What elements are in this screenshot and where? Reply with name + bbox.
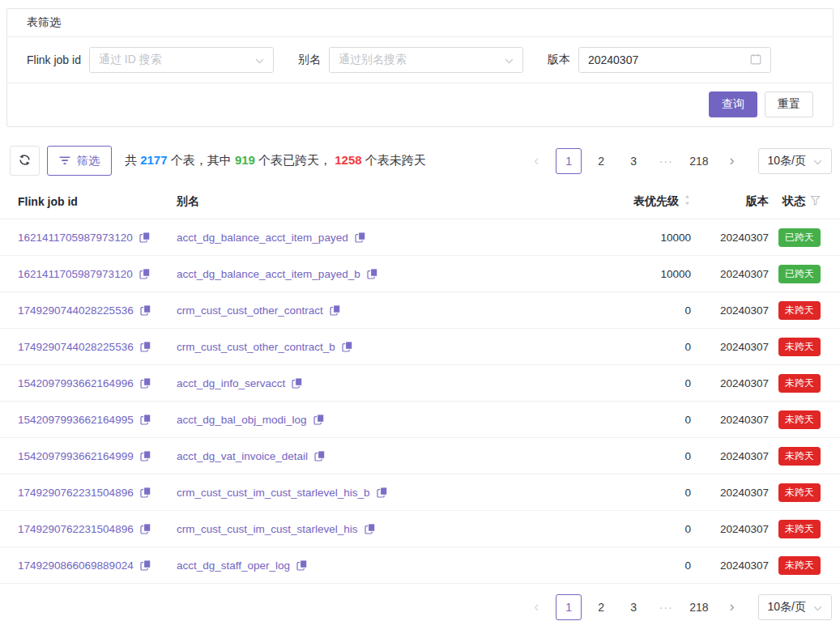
- pagination-page-218[interactable]: 218: [685, 148, 712, 174]
- alias-select[interactable]: 通过别名搜索: [329, 47, 523, 73]
- pagination-page-1[interactable]: 1: [556, 148, 582, 174]
- summary-text: 共 2177 个表，其中 919 个表已跨天， 1258 个表未跨天: [125, 153, 426, 168]
- copy-icon[interactable]: [139, 232, 151, 243]
- alias-link[interactable]: acct_dg_balance_acct_item_payed_b: [177, 268, 360, 280]
- filter-actions-row: 查询 重置: [7, 83, 833, 126]
- copy-icon[interactable]: [292, 377, 303, 389]
- copy-icon[interactable]: [342, 341, 353, 352]
- status-badge: 未跨天: [778, 301, 821, 320]
- copy-icon[interactable]: [140, 523, 151, 534]
- job-id-link[interactable]: 1621411705987973120: [18, 268, 133, 280]
- alias-link[interactable]: acct_dg_vat_invoice_detail: [177, 450, 308, 462]
- copy-icon[interactable]: [140, 414, 151, 425]
- copy-icon[interactable]: [140, 487, 151, 498]
- job-id-link[interactable]: 1542097993662164999: [18, 450, 134, 462]
- copy-icon[interactable]: [313, 414, 325, 425]
- filter-button[interactable]: 筛选: [47, 146, 112, 176]
- funnel-icon[interactable]: [810, 195, 821, 208]
- version-value: 20240307: [691, 341, 769, 353]
- copy-icon[interactable]: [140, 377, 151, 389]
- reset-button[interactable]: 重置: [765, 91, 813, 117]
- version-value: 20240307: [691, 304, 769, 317]
- job-id-link[interactable]: 1749290866069889024: [18, 559, 134, 572]
- copy-icon[interactable]: [140, 559, 151, 571]
- job-id-select[interactable]: 通过 ID 搜索: [89, 47, 274, 73]
- alias-link[interactable]: crm_cust_cust_im_cust_starlevel_his_b: [177, 487, 370, 499]
- alias-link[interactable]: crm_cust_cust_other_contract: [177, 304, 323, 317]
- pagination-next[interactable]: ›: [719, 594, 745, 620]
- version-value: 20240307: [691, 232, 769, 244]
- chevron-down-icon: [813, 155, 822, 168]
- priority-value: 0: [573, 523, 691, 535]
- priority-value: 0: [573, 487, 691, 499]
- alias-link[interactable]: crm_cust_cust_other_contract_b: [177, 341, 335, 353]
- job-id-link[interactable]: 1621411705987973120: [18, 232, 133, 244]
- copy-icon[interactable]: [314, 450, 326, 461]
- copy-icon[interactable]: [355, 232, 366, 243]
- pagination-ellipsis[interactable]: ···: [653, 594, 679, 620]
- pagination-page-2[interactable]: 2: [588, 594, 614, 620]
- copy-icon[interactable]: [377, 487, 388, 498]
- copy-icon[interactable]: [296, 559, 308, 571]
- table-body: 1621411705987973120 acct_dg_balance_acct…: [0, 219, 840, 584]
- pagination-page-3[interactable]: 3: [620, 148, 646, 174]
- status-badge: 未跨天: [778, 338, 821, 356]
- job-id-label: Flink job id: [27, 53, 81, 66]
- version-date-input[interactable]: 20240307: [578, 47, 771, 73]
- version-value: 20240307: [691, 414, 769, 426]
- copy-icon[interactable]: [140, 341, 151, 352]
- job-id-link[interactable]: 1542097993662164996: [18, 377, 134, 389]
- toolbar: 筛选 共 2177 个表，其中 919 个表已跨天， 1258 个表未跨天 ‹1…: [10, 146, 832, 176]
- copy-icon[interactable]: [140, 304, 151, 316]
- table-row: 1621411705987973120 acct_dg_balance_acct…: [0, 256, 840, 292]
- summary-segment: 个表未跨天: [362, 153, 426, 167]
- alias-link[interactable]: acct_dg_balance_acct_item_payed: [177, 232, 348, 244]
- version-value: 20240307: [691, 523, 769, 535]
- bottom-pagination-bar: ‹123···218› 10条/页: [10, 594, 832, 620]
- pagination-next[interactable]: ›: [719, 148, 745, 174]
- page-size-select[interactable]: 10条/页: [758, 594, 832, 620]
- pagination-page-2[interactable]: 2: [588, 148, 614, 174]
- version-value: 20240307: [691, 487, 769, 499]
- status-badge: 已跨天: [778, 265, 821, 283]
- pagination-page-1[interactable]: 1: [556, 594, 582, 620]
- job-id-link[interactable]: 1749290744028225536: [18, 304, 134, 317]
- filter-button-label: 筛选: [77, 154, 100, 168]
- priority-value: 0: [573, 341, 691, 353]
- page-size-label: 10条/页: [768, 600, 806, 615]
- copy-icon[interactable]: [140, 450, 151, 461]
- alias-label: 别名: [298, 53, 321, 67]
- summary-segment: 个表，其中: [168, 153, 235, 167]
- pagination-prev[interactable]: ‹: [523, 148, 549, 174]
- alias-link[interactable]: acct_dg_info_servacct: [177, 377, 285, 389]
- priority-value: 0: [573, 450, 691, 462]
- sort-carets-icon[interactable]: [684, 194, 691, 208]
- summary-count-red: 1258: [335, 153, 361, 167]
- summary-segment: 共: [125, 153, 140, 167]
- copy-icon[interactable]: [367, 268, 378, 279]
- summary-segment: 个表已跨天，: [255, 153, 335, 167]
- alias-link[interactable]: acct_dg_staff_oper_log: [177, 559, 290, 572]
- pagination-page-3[interactable]: 3: [620, 594, 646, 620]
- pagination-page-218[interactable]: 218: [685, 594, 712, 620]
- refresh-button[interactable]: [10, 146, 40, 176]
- job-id-link[interactable]: 1542097993662164995: [18, 414, 134, 426]
- copy-icon[interactable]: [139, 268, 151, 279]
- status-badge: 未跨天: [778, 410, 821, 429]
- chevron-down-icon: [255, 53, 264, 66]
- job-id-link[interactable]: 1749290744028225536: [18, 341, 134, 353]
- pagination-prev[interactable]: ‹: [523, 594, 549, 620]
- copy-icon[interactable]: [365, 523, 376, 534]
- alias-link[interactable]: acct_dg_bal_obj_modi_log: [177, 414, 307, 426]
- priority-value: 0: [573, 414, 691, 426]
- copy-icon[interactable]: [330, 304, 341, 316]
- job-id-link[interactable]: 1749290762231504896: [18, 523, 134, 535]
- chevron-down-icon: [505, 53, 514, 66]
- table-row: 1542097993662164999 acct_dg_vat_invoice_…: [0, 438, 840, 474]
- alias-link[interactable]: crm_cust_cust_im_cust_starlevel_his: [177, 523, 358, 535]
- query-button[interactable]: 查询: [709, 91, 757, 117]
- job-id-link[interactable]: 1749290762231504896: [18, 487, 134, 499]
- page-size-select[interactable]: 10条/页: [758, 148, 832, 174]
- table-row: 1542097993662164995 acct_dg_bal_obj_modi…: [0, 402, 840, 438]
- pagination-ellipsis[interactable]: ···: [653, 148, 679, 174]
